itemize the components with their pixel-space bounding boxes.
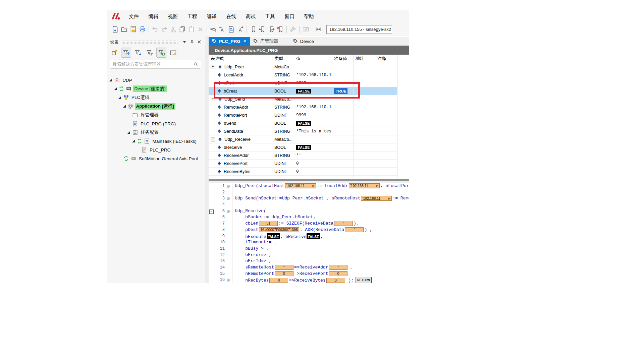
table-row[interactable]: nPortUDINT9999 (209, 79, 397, 87)
code-line[interactable]: 3Udp_Send(hSocket:=Udp_Peer.hSocket , sR… (209, 195, 409, 202)
column-header-1[interactable]: 类型 (272, 55, 294, 63)
tree-item-6[interactable]: 任务配置 (107, 128, 205, 137)
inline-monitor-box[interactable]: 0 (329, 271, 347, 276)
address-cell[interactable] (354, 143, 375, 151)
quick-find-button[interactable] (209, 25, 218, 34)
address-cell[interactable] (354, 160, 375, 167)
fold-collapse-icon[interactable]: − (209, 209, 214, 214)
value-cell[interactable]: FALSE (294, 87, 332, 95)
column-header-4[interactable]: 地址 (354, 55, 375, 63)
prepared-value-editor[interactable]: TRUE (334, 88, 353, 94)
tab-plc-prg[interactable]: PLC_PRG✕ (209, 37, 250, 46)
value-cell[interactable]: 0 (294, 168, 332, 175)
panel-splitter-vertical[interactable] (205, 36, 209, 283)
code-line[interactable]: 12 bError=> , (209, 252, 409, 258)
table-row[interactable]: RemotePortUDINT9999 (209, 111, 397, 119)
table-row[interactable]: RemoteAddrSTRING'192.168.110.135' (209, 103, 397, 111)
expand-plus-icon[interactable]: + (211, 65, 215, 69)
inline-monitor-box[interactable]: '' (334, 221, 353, 226)
value-cell[interactable]: 'This is a test' (294, 127, 332, 135)
prepared-value-cell[interactable] (332, 119, 354, 127)
tree-item-4[interactable]: 库管理器 (107, 111, 205, 119)
prepared-value-cell[interactable] (332, 95, 354, 103)
expand-arrow-icon[interactable] (114, 87, 117, 90)
column-header-2[interactable]: 值 (294, 55, 332, 63)
find-in-file-button[interactable] (227, 25, 236, 34)
address-cell[interactable] (354, 87, 375, 95)
tree-item-3[interactable]: Application [运行] (107, 102, 205, 111)
table-row[interactable]: LocalAddrSTRING'192.168.110.155' (209, 71, 397, 79)
value-cell[interactable]: '192.168.110.155' (294, 71, 332, 79)
inline-monitor-box[interactable]: 16#00007F0938071398 (259, 227, 299, 232)
code-line[interactable]: 16 nRecBytes0=>ReceiveBytes0 );RETURN (209, 277, 409, 283)
table-row[interactable]: +Udp_SendMetaCo... (209, 95, 397, 103)
comment-cell[interactable] (375, 71, 397, 79)
menu-item-5[interactable]: 在线 (221, 10, 241, 23)
menu-item-9[interactable]: 帮助 (299, 10, 319, 23)
expand-arrow-icon[interactable]: ▶ (376, 183, 378, 189)
menu-item-2[interactable]: 视图 (163, 10, 182, 23)
address-cell[interactable] (354, 135, 375, 143)
column-header-0[interactable]: 表达式 (209, 55, 272, 63)
prepared-value-cell[interactable]: TRUE (332, 87, 354, 95)
table-row[interactable]: bReceiveBOOLFALSE (209, 143, 397, 152)
prepared-value-cell[interactable] (332, 111, 354, 119)
address-cell[interactable] (354, 111, 375, 119)
menu-item-3[interactable]: 工程 (182, 10, 202, 23)
solution-search-input[interactable] (110, 62, 193, 67)
expand-arrow-icon[interactable]: ▶ (312, 183, 315, 189)
prepared-value-cell[interactable] (332, 143, 354, 151)
value-cell[interactable]: 9999 (294, 111, 332, 119)
comment-cell[interactable] (375, 87, 397, 95)
code-line[interactable]: 9 bExecuteFALSE:=bReceiveFALSE, (209, 233, 409, 240)
inline-monitor-box[interactable]: 0 (269, 278, 288, 283)
bookmark-toggle-button[interactable] (249, 25, 258, 34)
table-row[interactable]: ReceiveBytesUDINT0 (209, 168, 397, 176)
expand-arrow-icon[interactable] (127, 131, 130, 134)
code-line[interactable]: 13 nErrId=> , (209, 258, 409, 264)
value-cell[interactable] (294, 95, 332, 103)
pin-icon[interactable] (189, 39, 195, 45)
copy-button[interactable] (178, 25, 187, 34)
comment-cell[interactable] (375, 127, 397, 135)
expand-plus-icon[interactable]: + (211, 137, 215, 141)
tree-item-0[interactable]: UDP (107, 76, 205, 84)
menu-item-0[interactable]: 文件 (124, 10, 144, 23)
expand-arrow-icon[interactable] (118, 96, 121, 99)
value-cell[interactable]: '192.168.110.135' (294, 103, 332, 111)
code-line[interactable]: 7 cbLen81:= SIZEOF(ReceiveData''), (209, 221, 409, 227)
expand-arrow-icon[interactable] (132, 140, 135, 142)
comment-cell[interactable] (375, 79, 397, 87)
prepared-value-cell[interactable] (332, 63, 354, 71)
bookmark-next-button[interactable] (267, 25, 276, 34)
column-header-3[interactable]: 准备值 (332, 55, 354, 63)
tree-item-2[interactable]: PLC逻辑 (107, 93, 205, 102)
tree-item-7[interactable]: MainTask (IEC-Tasks) (107, 137, 205, 145)
value-cell[interactable]: FALSE (294, 119, 332, 127)
address-cell[interactable] (354, 79, 375, 87)
table-row[interactable]: +Udp_ReceiveMetaCo... (209, 135, 397, 143)
prepared-value-cell[interactable] (332, 152, 354, 159)
code-line[interactable]: 1Udp_Peer(sLocalHost'192.168.11▶:= Local… (209, 183, 409, 189)
comment-cell[interactable] (375, 143, 397, 151)
fit-width-button[interactable] (314, 25, 323, 34)
address-cell[interactable] (354, 119, 375, 127)
menu-item-4[interactable]: 编译 (202, 10, 221, 23)
comment-cell[interactable] (375, 63, 397, 71)
address-cell[interactable] (354, 63, 375, 71)
tree-item-9[interactable]: SoftMotion General Axis Pool (107, 154, 205, 163)
filter-add-button[interactable] (156, 48, 166, 58)
panel-menu-chevron-icon[interactable] (181, 39, 188, 45)
code-line[interactable]: 5−Udp_Receive( (209, 208, 409, 215)
editor-splitter-horizontal[interactable] (209, 178, 409, 183)
menu-item-8[interactable]: 窗口 (280, 10, 299, 23)
table-row[interactable]: bSendBOOLFALSE (209, 119, 397, 127)
inline-monitor-box[interactable]: '' (329, 265, 347, 270)
prepared-value-cell[interactable] (332, 135, 354, 143)
filter-sort-button[interactable] (145, 48, 155, 58)
inline-monitor-box[interactable]: 0 (275, 271, 293, 276)
table-row[interactable]: SendDataSTRING'This is a test' (209, 127, 397, 135)
filter-up-button[interactable] (121, 48, 131, 58)
save-button[interactable] (129, 25, 138, 34)
expand-arrow-icon[interactable]: ▶ (388, 195, 391, 201)
